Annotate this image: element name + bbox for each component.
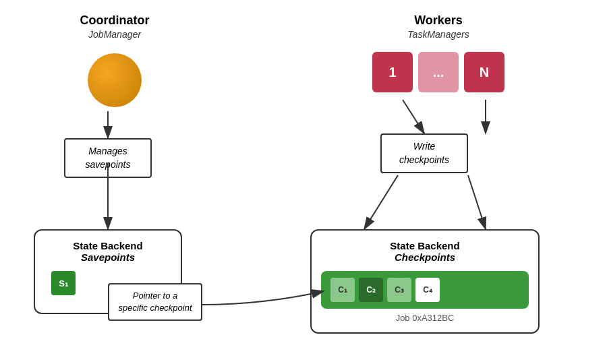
workers-section: Workers TaskManagers 1 ... N xyxy=(330,13,546,92)
s1-box: S₁ xyxy=(51,271,76,295)
savepoints-backend-title: State Backend xyxy=(45,240,171,251)
workers-subtitle: TaskManagers xyxy=(330,29,546,40)
write-checkpoints-box: Write checkpoints xyxy=(380,133,468,173)
jobmanager-icon xyxy=(88,53,142,107)
coordinator-title: Coordinator xyxy=(40,13,189,28)
checkpoint-c1: C₁ xyxy=(330,278,355,302)
checkpoint-c3: C₃ xyxy=(387,278,411,302)
job-label: Job 0xA312BC xyxy=(321,313,529,323)
checkpoints-backend-subtitle: Checkpoints xyxy=(321,251,529,263)
checkpoint-c4: C₄ xyxy=(415,278,440,302)
state-backend-checkpoints-box: State Backend Checkpoints C₁ C₂ C₃ C₄ Jo… xyxy=(310,229,540,334)
savepoints-backend-subtitle: Savepoints xyxy=(45,251,171,263)
pointer-box: Pointer to a specific checkpoint xyxy=(108,283,202,321)
coordinator-subtitle: JobManager xyxy=(40,29,189,40)
workers-title: Workers xyxy=(330,13,546,28)
svg-line-3 xyxy=(403,100,424,133)
svg-line-6 xyxy=(468,175,486,229)
worker-box-1: 1 xyxy=(372,52,413,92)
checkpoints-backend-title: State Backend xyxy=(321,240,529,251)
worker-box-dots: ... xyxy=(418,52,459,92)
checkpoints-section: State Backend Checkpoints C₁ C₂ C₃ C₄ Jo… xyxy=(310,229,540,334)
manages-savepoints-box: Manages savepoints xyxy=(64,138,152,178)
checkpoint-c2: C₂ xyxy=(359,278,383,302)
coordinator-section: Coordinator JobManager xyxy=(40,13,189,107)
svg-line-5 xyxy=(364,175,398,229)
worker-box-n: N xyxy=(464,52,504,92)
checkpoints-inner-box: C₁ C₂ C₃ C₄ xyxy=(321,271,529,309)
worker-boxes-container: 1 ... N xyxy=(330,52,546,92)
diagram-area: Coordinator JobManager Workers TaskManag… xyxy=(0,0,607,364)
